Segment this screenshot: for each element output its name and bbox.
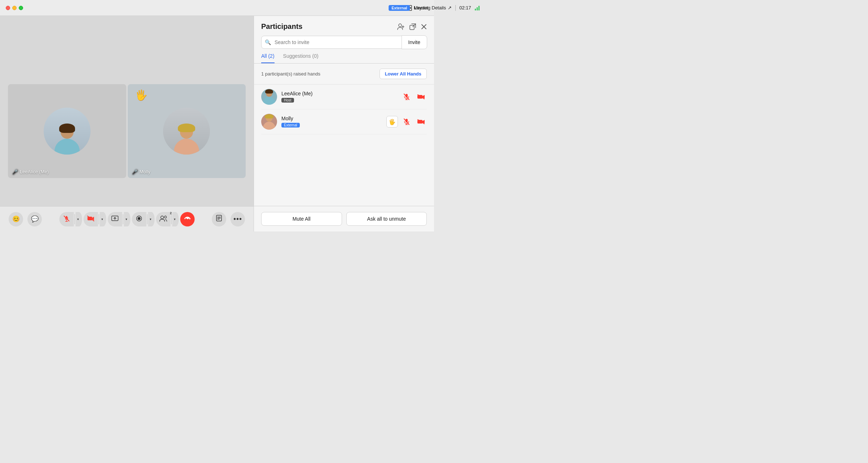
participants-sidebar: Participants (254, 16, 434, 231)
mute-icon-molly: 🎤 (132, 169, 138, 174)
share-chevron[interactable]: ▾ (124, 212, 130, 226)
traffic-lights (6, 6, 23, 10)
video-tile-leealice: 🎤 LeeAlice (Me) (8, 84, 126, 178)
invite-button[interactable]: Invite (402, 35, 427, 49)
notes-icon (216, 215, 222, 223)
participant-actions-leealice (401, 91, 427, 103)
video-icon (87, 216, 94, 223)
search-bar: 🔍 Invite (261, 36, 427, 49)
svg-point-10 (137, 217, 140, 220)
share-screen-icon (111, 216, 118, 223)
notes-button[interactable] (212, 212, 226, 226)
mute-molly-button[interactable] (401, 116, 412, 127)
sidebar-footer: Mute All Ask all to unmute (254, 206, 434, 231)
participants-count: 2 (170, 211, 172, 215)
record-chevron[interactable]: ▾ (148, 212, 154, 226)
video-chevron[interactable]: ▾ (100, 212, 106, 226)
toolbar-right: ••• (212, 212, 245, 226)
tabs-row: All (2) Suggestions (0) (254, 49, 434, 64)
title-bar: External Meeting Details ↗ 02:17 Layout (0, 0, 434, 16)
add-participant-button[interactable] (397, 23, 404, 30)
external-badge: External (389, 5, 410, 11)
record-icon (136, 215, 142, 223)
avatar-molly (163, 108, 210, 155)
mute-all-button[interactable]: Mute All (261, 212, 342, 226)
raised-hands-text: 1 participant(s) raised hands (261, 71, 320, 77)
mute-group: ▾ (59, 212, 82, 226)
toolbar-center: ▾ ▾ (59, 212, 194, 226)
record-group: ▾ (132, 212, 154, 226)
mute-button[interactable] (59, 212, 74, 226)
avatar-leealice (44, 108, 91, 155)
participant-name-leealice: 🎤 LeeAlice (Me) (12, 169, 49, 174)
participant-actions-molly: 🖐️ (386, 116, 427, 127)
video-area: 🎤 LeeAlice (Me) 🖐️ (0, 16, 254, 231)
hand-icon-molly: 🖐️ (389, 118, 396, 125)
sidebar-header-actions (397, 23, 427, 30)
end-call-button[interactable] (180, 212, 194, 226)
more-button[interactable]: ••• (231, 212, 245, 226)
participant-name-molly-sidebar: Molly (281, 116, 386, 121)
meeting-details-button[interactable]: Meeting Details ↗ (414, 5, 434, 10)
minimize-button[interactable] (12, 6, 17, 10)
video-button[interactable] (83, 212, 98, 226)
record-divider (147, 214, 147, 224)
participant-name-leealice-sidebar: LeeAlice (Me) (281, 91, 401, 96)
participant-info-leealice: LeeAlice (Me) Host (281, 91, 401, 103)
participant-item-molly: Molly External 🖐️ (261, 109, 427, 134)
svg-point-11 (161, 216, 163, 219)
mute-divider (74, 214, 75, 224)
svg-rect-7 (87, 217, 92, 220)
popout-button[interactable] (409, 23, 416, 30)
participants-chevron[interactable]: ▾ (172, 212, 179, 226)
avatar-container-leealice (8, 84, 126, 178)
tab-all[interactable]: All (2) (261, 53, 275, 63)
svg-rect-5 (66, 216, 67, 219)
avatar-molly-sidebar (261, 114, 277, 130)
lower-all-hands-button[interactable]: Lower All Hands (380, 69, 427, 79)
video-molly-button[interactable] (415, 116, 427, 127)
hand-raise-icon-molly: 🖐️ (135, 89, 148, 101)
more-icon: ••• (233, 215, 242, 223)
fullscreen-button[interactable] (19, 6, 23, 10)
window-controls (6, 6, 23, 10)
toolbar: 😊 💬 (0, 206, 254, 231)
svg-point-17 (399, 24, 402, 27)
svg-rect-26 (417, 95, 422, 99)
title-bar-center: External Meeting Details ↗ 02:17 (389, 5, 434, 11)
toolbar-left: 😊 💬 (9, 212, 42, 226)
participant-item-leealice: LeeAlice (Me) Host (261, 85, 427, 109)
participants-group: 2 ▾ (156, 212, 179, 226)
host-badge: Host (281, 98, 294, 103)
mute-leealice-button[interactable] (401, 91, 412, 103)
main-content: 🎤 LeeAlice (Me) 🖐️ (0, 16, 434, 231)
end-call-icon (184, 216, 191, 223)
emoji-button[interactable]: 😊 (9, 212, 23, 226)
participant-list: LeeAlice (Me) Host (254, 85, 434, 206)
avatar-leealice-sidebar (261, 89, 277, 105)
close-button[interactable] (6, 6, 10, 10)
participants-button[interactable]: 2 (156, 212, 170, 226)
participants-divider (171, 214, 171, 224)
tab-suggestions[interactable]: Suggestions (0) (283, 53, 319, 63)
lower-hand-molly-button[interactable]: 🖐️ (386, 116, 398, 127)
search-icon: 🔍 (265, 39, 271, 45)
sidebar-header: Participants (254, 16, 434, 31)
video-divider (98, 214, 99, 224)
ask-to-unmute-button[interactable]: Ask all to unmute (346, 212, 427, 226)
mute-chevron[interactable]: ▾ (75, 212, 82, 226)
close-sidebar-button[interactable] (421, 23, 427, 30)
svg-rect-22 (405, 94, 408, 98)
share-group: ▾ (108, 212, 130, 226)
video-group: ▾ (83, 212, 106, 226)
record-button[interactable] (132, 212, 146, 226)
video-tile-molly: 🖐️ 🎤 (128, 84, 246, 178)
video-grid: 🎤 LeeAlice (Me) 🖐️ (0, 16, 254, 206)
video-leealice-button[interactable] (415, 91, 427, 103)
svg-rect-28 (405, 119, 408, 122)
raised-hands-bar: 1 participant(s) raised hands Lower All … (254, 64, 434, 85)
share-divider (123, 214, 123, 224)
share-button[interactable] (108, 212, 122, 226)
chat-button[interactable]: 💬 (27, 212, 42, 226)
sidebar-title: Participants (261, 22, 302, 31)
